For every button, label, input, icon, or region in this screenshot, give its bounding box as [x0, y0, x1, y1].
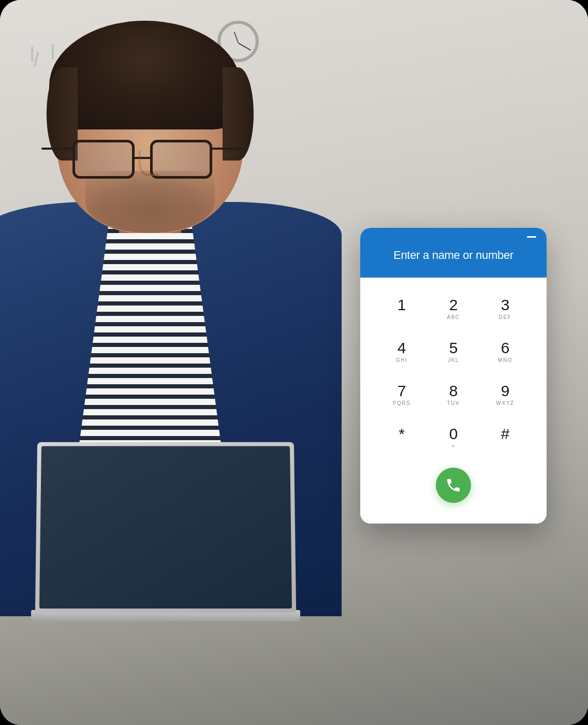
- dialpad-widget: Enter a name or number 1 2 ABC 3 DEF: [360, 228, 547, 524]
- dialpad-title: Enter a name or number: [393, 249, 513, 262]
- dial-key-9[interactable]: 9 WXYZ: [479, 374, 531, 417]
- dial-key-8-letters: TUV: [447, 400, 460, 408]
- wall-hook-1: [31, 47, 33, 62]
- dial-key-5-number: 5: [449, 340, 458, 356]
- dial-key-4-letters: GHI: [396, 357, 407, 365]
- person-beard: [85, 171, 215, 233]
- glasses-temple-left: [41, 148, 75, 150]
- glasses-right: [150, 140, 212, 179]
- wall-hook-3: [52, 44, 54, 60]
- dial-key-8[interactable]: 8 TUV: [428, 374, 479, 417]
- dial-key-1-number: 1: [398, 297, 406, 313]
- dial-key-1[interactable]: 1: [376, 288, 428, 331]
- dial-key-4[interactable]: 4 GHI: [376, 331, 428, 374]
- dialpad-grid: 1 2 ABC 3 DEF 4 GHI 5 JKL: [376, 288, 531, 460]
- dial-key-3-number: 3: [501, 297, 510, 313]
- dial-key-0[interactable]: 0 +: [428, 417, 479, 460]
- laptop-display: [39, 446, 292, 608]
- dialpad-header: Enter a name or number: [360, 228, 547, 278]
- dial-key-star-number: *: [399, 426, 405, 442]
- dial-key-hash-number: #: [501, 426, 510, 442]
- dial-key-5[interactable]: 5 JKL: [428, 331, 479, 374]
- dial-key-9-number: 9: [501, 383, 510, 399]
- dial-key-6[interactable]: 6 MNO: [479, 331, 531, 374]
- dial-key-7[interactable]: 7 PQRS: [376, 374, 428, 417]
- dial-key-1-letters: [401, 314, 403, 322]
- dial-key-6-number: 6: [501, 340, 510, 356]
- dialpad-body: 1 2 ABC 3 DEF 4 GHI 5 JKL: [360, 278, 547, 524]
- dial-key-star[interactable]: *: [376, 417, 428, 460]
- dial-key-hash[interactable]: #: [479, 417, 531, 460]
- glasses-temple-right: [211, 148, 245, 150]
- dial-key-0-letters: +: [451, 443, 455, 451]
- dial-key-7-number: 7: [398, 383, 406, 399]
- dial-key-8-number: 8: [449, 383, 458, 399]
- page-background: Enter a name or number 1 2 ABC 3 DEF: [0, 0, 588, 725]
- phone-icon: [445, 477, 462, 494]
- call-button[interactable]: [436, 468, 471, 503]
- clock-hand-hour: [234, 32, 239, 42]
- laptop-screen: [35, 442, 296, 613]
- dial-key-6-letters: MNO: [498, 357, 512, 365]
- dial-key-hash-letters: [504, 443, 506, 451]
- minimize-button[interactable]: [527, 236, 536, 238]
- glasses-left: [72, 140, 135, 179]
- person-nose: [139, 150, 159, 176]
- dial-key-star-letters: [401, 443, 403, 451]
- dial-key-7-letters: PQRS: [393, 400, 410, 408]
- dial-key-5-letters: JKL: [448, 357, 459, 365]
- dial-key-3-letters: DEF: [499, 314, 512, 322]
- dial-key-2[interactable]: 2 ABC: [428, 288, 479, 331]
- dial-key-4-number: 4: [398, 340, 406, 356]
- dial-key-9-letters: WXYZ: [496, 400, 514, 408]
- dial-key-2-number: 2: [449, 297, 458, 313]
- clock-hand-minute: [238, 42, 251, 51]
- dial-key-2-letters: ABC: [447, 314, 460, 322]
- call-button-row: [376, 460, 531, 508]
- dial-key-0-number: 0: [449, 426, 458, 442]
- person-hair-right: [223, 67, 254, 161]
- dial-key-3[interactable]: 3 DEF: [479, 288, 531, 331]
